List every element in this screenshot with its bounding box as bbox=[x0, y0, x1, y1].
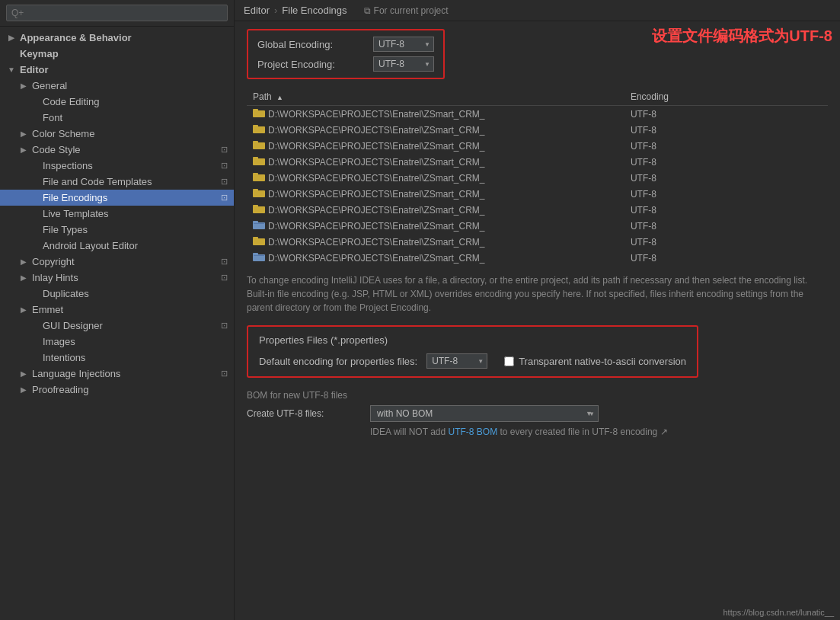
content-area: 设置文件编码格式为UTF-8 Global Encoding: UTF-8 Pr… bbox=[235, 21, 840, 620]
sidebar-item-code-editing[interactable]: Code Editing bbox=[0, 94, 234, 110]
folder-icon bbox=[253, 157, 265, 168]
path-text: D:\WORKSPACE\PROJECTS\Enatrel\ZSmart_CRM… bbox=[268, 237, 485, 248]
sidebar-item-label: Android Layout Editor bbox=[43, 240, 138, 251]
svg-rect-16 bbox=[254, 223, 264, 224]
breadcrumb-separator: › bbox=[274, 5, 277, 16]
sidebar-item-gui-designer[interactable]: GUI Designer ⊡ bbox=[0, 318, 234, 334]
toggle-spacer bbox=[29, 241, 40, 251]
sidebar-item-label: Editor bbox=[20, 64, 49, 75]
table-row[interactable]: D:\WORKSPACE\PROJECTS\Enatrel\ZSmart_CRM… bbox=[247, 250, 828, 266]
sidebar-item-label: Appearance & Behavior bbox=[20, 32, 132, 43]
global-encoding-select[interactable]: UTF-8 bbox=[373, 37, 434, 52]
sidebar-item-emmet[interactable]: ▶ Emmet bbox=[0, 302, 234, 318]
svg-rect-13 bbox=[253, 205, 258, 207]
encoding-cell: UTF-8 bbox=[624, 138, 828, 154]
toggle-spacer bbox=[29, 321, 40, 331]
sidebar-item-proofreading[interactable]: ▶ Proofreading bbox=[0, 382, 234, 398]
svg-rect-4 bbox=[253, 142, 265, 149]
sidebar-item-appearance[interactable]: ▶ Appearance & Behavior bbox=[0, 30, 234, 46]
sidebar-item-intentions[interactable]: Intentions bbox=[0, 350, 234, 366]
svg-rect-0 bbox=[253, 110, 265, 117]
svg-rect-21 bbox=[254, 255, 264, 256]
sidebar-item-file-encodings[interactable]: File Encodings ⊡ bbox=[0, 190, 234, 206]
table-row[interactable]: D:\WORKSPACE\PROJECTS\Enatrel\ZSmart_CRM… bbox=[247, 154, 828, 170]
search-box[interactable] bbox=[0, 0, 234, 27]
sidebar-item-live-templates[interactable]: Live Templates bbox=[0, 206, 234, 222]
table-row[interactable]: D:\WORKSPACE\PROJECTS\Enatrel\ZSmart_CRM… bbox=[247, 106, 828, 123]
default-encoding-select[interactable]: UTF-8 bbox=[426, 353, 487, 369]
sidebar-item-images[interactable]: Images bbox=[0, 334, 234, 350]
sidebar-item-label: Copyright bbox=[32, 256, 75, 267]
path-cell: D:\WORKSPACE\PROJECTS\Enatrel\ZSmart_CRM… bbox=[247, 234, 624, 250]
path-cell: D:\WORKSPACE\PROJECTS\Enatrel\ZSmart_CRM… bbox=[247, 186, 624, 202]
sidebar-item-inspections[interactable]: Inspections ⊡ bbox=[0, 158, 234, 174]
sidebar-item-editor[interactable]: ▼ Editor bbox=[0, 62, 234, 78]
sidebar-item-language-injections[interactable]: ▶ Language Injections ⊡ bbox=[0, 366, 234, 382]
sidebar-item-file-types[interactable]: File Types bbox=[0, 222, 234, 238]
encoding-cell: UTF-8 bbox=[624, 106, 828, 123]
path-text: D:\WORKSPACE\PROJECTS\Enatrel\ZSmart_CRM… bbox=[268, 221, 485, 232]
sidebar-item-label: Live Templates bbox=[43, 208, 108, 219]
folder-alt-icon bbox=[253, 253, 265, 264]
svg-rect-9 bbox=[253, 173, 258, 175]
table-row[interactable]: D:\WORKSPACE\PROJECTS\Enatrel\ZSmart_CRM… bbox=[247, 138, 828, 154]
svg-rect-3 bbox=[253, 125, 258, 127]
sidebar-item-label: Font bbox=[43, 112, 62, 123]
svg-rect-6 bbox=[253, 158, 265, 165]
project-encoding-label: Project Encoding: bbox=[257, 59, 364, 70]
sidebar-item-keymap[interactable]: Keymap bbox=[0, 46, 234, 62]
sidebar-item-copyright[interactable]: ▶ Copyright ⊡ bbox=[0, 254, 234, 270]
default-encoding-select-wrapper[interactable]: UTF-8 bbox=[426, 353, 487, 369]
transparent-checkbox[interactable] bbox=[504, 356, 514, 366]
sidebar-item-label: Code Style bbox=[32, 144, 81, 155]
encoding-cell: UTF-8 bbox=[624, 186, 828, 202]
table-row[interactable]: D:\WORKSPACE\PROJECTS\Enatrel\ZSmart_CRM… bbox=[247, 186, 828, 202]
table-row[interactable]: D:\WORKSPACE\PROJECTS\Enatrel\ZSmart_CRM… bbox=[247, 122, 828, 138]
sidebar-item-duplicates[interactable]: Duplicates bbox=[0, 286, 234, 302]
bom-create-label: Create UTF-8 files: bbox=[247, 408, 361, 419]
settings-icon: ⊡ bbox=[221, 273, 228, 283]
table-row[interactable]: D:\WORKSPACE\PROJECTS\Enatrel\ZSmart_CRM… bbox=[247, 218, 828, 234]
path-text: D:\WORKSPACE\PROJECTS\Enatrel\ZSmart_CRM… bbox=[268, 109, 485, 120]
table-row[interactable]: D:\WORKSPACE\PROJECTS\Enatrel\ZSmart_CRM… bbox=[247, 202, 828, 218]
toggle-icon: ▶ bbox=[18, 273, 29, 283]
toggle-icon: ▶ bbox=[18, 385, 29, 395]
settings-icon: ⊡ bbox=[221, 145, 228, 155]
sidebar-item-general[interactable]: ▶ General bbox=[0, 78, 234, 94]
bom-link[interactable]: UTF-8 BOM bbox=[448, 427, 497, 437]
transparent-label: Transparent native-to-ascii conversion bbox=[519, 356, 686, 367]
sidebar-item-inlay-hints[interactable]: ▶ Inlay Hints ⊡ bbox=[0, 270, 234, 286]
search-input[interactable] bbox=[6, 5, 228, 21]
table-row[interactable]: D:\WORKSPACE\PROJECTS\Enatrel\ZSmart_CRM… bbox=[247, 234, 828, 250]
for-project-button[interactable]: ⧉ For current project bbox=[364, 5, 449, 16]
global-encoding-select-wrapper[interactable]: UTF-8 bbox=[373, 37, 434, 52]
folder-icon bbox=[253, 189, 265, 200]
sidebar-item-file-code-templates[interactable]: File and Code Templates ⊡ bbox=[0, 174, 234, 190]
properties-title: Properties Files (*.properties) bbox=[259, 334, 686, 346]
sidebar-item-label: Keymap bbox=[20, 48, 59, 59]
bom-create-row: Create UTF-8 files: with NO BOM ▼ bbox=[247, 405, 828, 422]
bom-select[interactable]: with NO BOM bbox=[370, 405, 599, 422]
bom-select-wrapper[interactable]: with NO BOM ▼ bbox=[370, 405, 599, 422]
bom-info-prefix: IDEA will NOT add bbox=[370, 427, 448, 437]
toggle-icon: ▶ bbox=[18, 305, 29, 315]
project-encoding-select-wrapper[interactable]: UTF-8 bbox=[373, 56, 434, 72]
table-row[interactable]: D:\WORKSPACE\PROJECTS\Enatrel\ZSmart_CRM… bbox=[247, 170, 828, 186]
copy-icon: ⧉ bbox=[364, 5, 371, 16]
svg-rect-7 bbox=[253, 157, 258, 159]
project-encoding-select[interactable]: UTF-8 bbox=[373, 56, 434, 72]
transparent-checkbox-wrapper[interactable]: Transparent native-to-ascii conversion bbox=[504, 356, 686, 367]
encoding-cell: UTF-8 bbox=[624, 170, 828, 186]
sidebar-item-label: File Encodings bbox=[43, 192, 107, 203]
sidebar-item-label: File and Code Templates bbox=[43, 176, 152, 187]
properties-box: Properties Files (*.properties) Default … bbox=[247, 325, 698, 378]
sidebar-item-android-layout[interactable]: Android Layout Editor bbox=[0, 238, 234, 254]
sidebar-item-code-style[interactable]: ▶ Code Style ⊡ bbox=[0, 142, 234, 158]
svg-rect-1 bbox=[253, 109, 258, 111]
sidebar-item-color-scheme[interactable]: ▶ Color Scheme bbox=[0, 126, 234, 142]
breadcrumb-editor[interactable]: Editor bbox=[244, 5, 270, 16]
svg-rect-8 bbox=[253, 174, 265, 181]
folder-alt-icon bbox=[253, 221, 265, 232]
info-text: To change encoding IntelliJ IDEA uses fo… bbox=[247, 273, 828, 315]
sidebar-item-font[interactable]: Font bbox=[0, 110, 234, 126]
